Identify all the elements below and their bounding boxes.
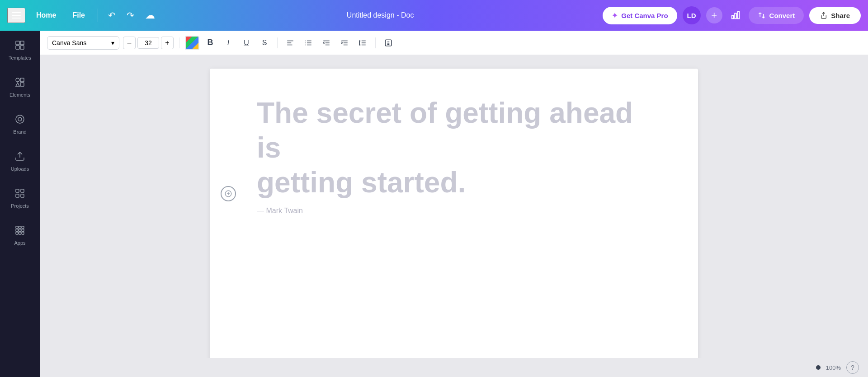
projects-label: Projects: [11, 203, 29, 209]
user-avatar[interactable]: LD: [683, 6, 701, 24]
align-list-button[interactable]: [301, 36, 316, 50]
chevron-down-icon: ▾: [111, 39, 114, 47]
svg-rect-0: [731, 15, 733, 19]
indent-button[interactable]: [337, 36, 352, 50]
quote-line2: getting started.: [257, 166, 466, 199]
brand-label: Brand: [13, 129, 26, 135]
nav-divider: [98, 9, 98, 22]
svg-rect-26: [22, 232, 24, 234]
svg-rect-25: [19, 232, 21, 234]
svg-point-11: [16, 115, 24, 123]
projects-icon: [13, 186, 27, 200]
convert-button[interactable]: Convert: [749, 7, 804, 24]
svg-rect-19: [19, 226, 21, 228]
templates-icon: [13, 38, 27, 52]
svg-rect-8: [20, 78, 24, 82]
svg-rect-5: [16, 46, 19, 49]
align-left-button[interactable]: [283, 36, 297, 50]
topbar: Home File ↶ ↷ ☁ Untitled design - Doc ✦ …: [0, 0, 868, 31]
text-color-button[interactable]: [185, 36, 199, 50]
quote-text[interactable]: The secret of getting ahead is getting s…: [257, 96, 662, 200]
font-size-input[interactable]: [137, 37, 159, 49]
svg-rect-17: [16, 194, 19, 197]
canvas-area: The secret of getting ahead is getting s…: [40, 55, 868, 377]
toolbar-separator-2: [277, 37, 278, 48]
svg-rect-22: [19, 229, 21, 232]
font-family-select[interactable]: Canva Sans ▾: [47, 36, 119, 50]
font-family-value: Canva Sans: [52, 39, 86, 47]
toolbar-separator: [179, 37, 179, 48]
document-page[interactable]: The secret of getting ahead is getting s…: [210, 69, 698, 371]
svg-rect-20: [22, 226, 24, 228]
sidebar-item-projects[interactable]: Projects: [0, 179, 40, 216]
sidebar-item-apps[interactable]: Apps: [0, 216, 40, 253]
elements-icon: [13, 75, 27, 89]
document-title: Untitled design - Doc: [163, 11, 597, 19]
formatting-toolbar: Canva Sans ▾ – + B I U S: [40, 31, 868, 55]
svg-rect-7: [16, 78, 19, 82]
cloud-save-button[interactable]: ☁: [142, 7, 158, 24]
menu-button[interactable]: [7, 8, 25, 23]
get-canva-pro-label: Get Canva Pro: [621, 12, 668, 19]
increase-font-size-button[interactable]: +: [161, 37, 174, 49]
svg-rect-24: [16, 232, 18, 234]
toolbar-separator-3: [375, 37, 376, 48]
svg-marker-9: [16, 83, 19, 86]
svg-rect-14: [16, 189, 19, 192]
outdent-button[interactable]: [319, 36, 334, 50]
svg-point-12: [18, 117, 22, 121]
share-button[interactable]: Share: [809, 7, 861, 24]
brand-icon: [13, 112, 27, 126]
apps-label: Apps: [14, 240, 25, 246]
redo-button[interactable]: ↷: [124, 7, 137, 23]
svg-rect-15: [21, 189, 24, 192]
sidebar: Templates Elements Brand Uploads: [0, 0, 40, 377]
elements-label: Elements: [9, 92, 30, 98]
sidebar-item-elements[interactable]: Elements: [0, 68, 40, 105]
help-button[interactable]: ?: [846, 361, 859, 374]
convert-label: Convert: [769, 12, 795, 19]
undo-button[interactable]: ↶: [105, 7, 118, 23]
bottombar: 100% ?: [40, 358, 868, 377]
underline-button[interactable]: U: [239, 36, 254, 50]
svg-rect-2: [737, 12, 739, 19]
svg-rect-1: [735, 13, 736, 19]
sidebar-item-uploads[interactable]: Uploads: [0, 142, 40, 179]
zoom-level: 100%: [826, 364, 841, 371]
svg-rect-18: [16, 226, 18, 228]
svg-rect-6: [20, 46, 24, 49]
apps-icon: [13, 223, 27, 237]
svg-rect-23: [22, 229, 24, 232]
share-label: Share: [831, 12, 850, 19]
star-icon: ✦: [612, 11, 618, 20]
home-button[interactable]: Home: [31, 9, 61, 22]
get-canva-pro-button[interactable]: ✦ Get Canva Pro: [603, 7, 677, 24]
quote-line1: The secret of getting ahead is: [257, 97, 633, 164]
more-options-button[interactable]: [381, 36, 396, 50]
uploads-icon: [13, 149, 27, 163]
svg-rect-3: [16, 41, 19, 45]
scroll-position-indicator: [816, 365, 821, 370]
decrease-font-size-button[interactable]: –: [123, 37, 136, 49]
svg-rect-16: [21, 194, 24, 197]
uploads-label: Uploads: [11, 166, 29, 172]
svg-rect-4: [20, 41, 24, 45]
add-collaborator-button[interactable]: +: [706, 7, 722, 23]
bold-button[interactable]: B: [203, 36, 217, 50]
italic-button[interactable]: I: [221, 36, 236, 50]
add-block-button[interactable]: [221, 186, 236, 201]
sidebar-item-brand[interactable]: Brand: [0, 105, 40, 142]
analytics-button[interactable]: [728, 8, 743, 23]
color-swatch: [186, 37, 198, 49]
templates-label: Templates: [9, 55, 31, 61]
sidebar-item-templates[interactable]: Templates: [0, 31, 40, 68]
line-spacing-button[interactable]: [355, 36, 370, 50]
attribution-text: — Mark Twain: [257, 207, 662, 215]
svg-rect-10: [20, 83, 24, 86]
file-button[interactable]: File: [67, 9, 90, 22]
font-size-control: – +: [123, 37, 174, 49]
strikethrough-button[interactable]: S: [257, 36, 272, 50]
svg-rect-21: [16, 229, 18, 232]
